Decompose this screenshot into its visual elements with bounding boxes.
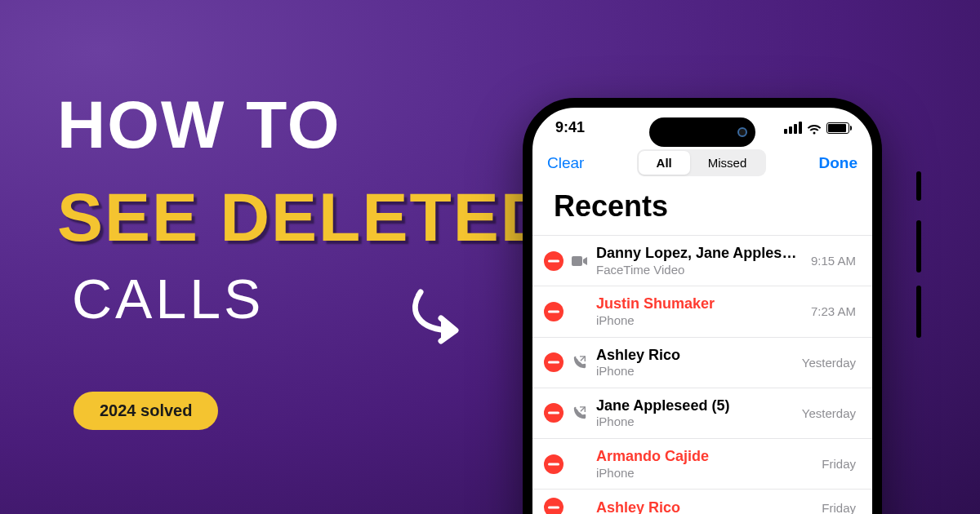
video-icon	[572, 254, 588, 268]
caller-name: Armando Cajide	[596, 447, 813, 466]
delete-icon[interactable]	[544, 352, 564, 372]
recents-list: Danny Lopez, Jane AppleseedFaceTime Vide…	[532, 235, 872, 514]
call-subtitle: iPhone	[596, 466, 813, 481]
nav-bar: Clear All Missed Done	[532, 143, 872, 184]
svg-rect-0	[572, 256, 582, 266]
call-time: Yesterday	[802, 356, 856, 370]
caller-name: Ashley Rico	[596, 346, 794, 365]
call-time: 7:23 AM	[811, 304, 856, 318]
caller-name: Jane Appleseed (5)	[596, 397, 794, 415]
arrow-icon	[392, 286, 474, 351]
phone-volume-down-button	[916, 286, 921, 338]
caller-name: Danny Lopez, Jane Appleseed	[596, 244, 803, 263]
call-row[interactable]: Danny Lopez, Jane AppleseedFaceTime Vide…	[532, 235, 872, 286]
segment-missed[interactable]: Missed	[690, 151, 765, 175]
clear-button[interactable]: Clear	[547, 154, 584, 172]
camera-dot-icon	[737, 127, 747, 137]
call-subtitle: iPhone	[596, 414, 794, 430]
delete-icon[interactable]	[544, 403, 564, 423]
call-time: Friday	[822, 501, 856, 514]
call-time: Yesterday	[802, 406, 856, 420]
headline-block: HOW TO SEE DELETED CALLS	[57, 90, 551, 330]
call-row[interactable]: Armando CajideiPhoneFriday	[532, 439, 872, 490]
caller-name: Ashley Rico	[596, 498, 813, 514]
call-time: 9:15 AM	[811, 254, 856, 268]
outgoing-call-icon	[572, 355, 588, 370]
phone-volume-up-button	[916, 220, 921, 273]
dynamic-island	[649, 117, 755, 147]
segmented-control[interactable]: All Missed	[637, 149, 767, 176]
segment-all[interactable]: All	[639, 151, 690, 175]
call-subtitle: iPhone	[596, 313, 803, 329]
call-row[interactable]: Jane Appleseed (5)iPhoneYesterday	[532, 388, 872, 439]
call-row[interactable]: Ashley RicoFriday	[532, 490, 872, 514]
call-row[interactable]: Justin ShumakeriPhone7:23 AM	[532, 286, 872, 337]
call-info: Jane Appleseed (5)iPhone	[596, 397, 794, 430]
delete-icon[interactable]	[544, 251, 564, 271]
phone-side-button	[916, 171, 921, 201]
done-button[interactable]: Done	[819, 154, 858, 172]
delete-icon[interactable]	[544, 454, 564, 474]
headline-line-3: CALLS	[72, 267, 551, 330]
call-info: Ashley Rico	[596, 498, 813, 514]
cellular-signal-icon	[784, 122, 802, 134]
caller-name: Justin Shumaker	[596, 295, 803, 313]
call-info: Danny Lopez, Jane AppleseedFaceTime Vide…	[596, 244, 803, 277]
delete-icon[interactable]	[544, 498, 564, 514]
headline-line-1: HOW TO	[57, 90, 551, 160]
outgoing-call-icon	[572, 405, 588, 420]
headline-line-2: SEE DELETED	[57, 176, 551, 259]
battery-icon	[826, 122, 849, 134]
call-subtitle: iPhone	[596, 364, 794, 379]
wifi-icon	[807, 122, 822, 134]
call-info: Justin ShumakeriPhone	[596, 295, 803, 328]
call-subtitle: FaceTime Video	[596, 263, 803, 278]
delete-icon[interactable]	[544, 302, 564, 321]
call-row[interactable]: Ashley RicoiPhoneYesterday	[532, 338, 872, 388]
status-time: 9:41	[555, 119, 585, 136]
page-title: Recents	[532, 184, 872, 235]
call-time: Friday	[822, 457, 856, 471]
year-badge: 2024 solved	[74, 392, 218, 430]
promo-canvas: HOW TO SEE DELETED CALLS 2024 solved 9:4…	[0, 0, 980, 514]
call-info: Armando CajideiPhone	[596, 447, 813, 481]
call-info: Ashley RicoiPhone	[596, 346, 794, 379]
